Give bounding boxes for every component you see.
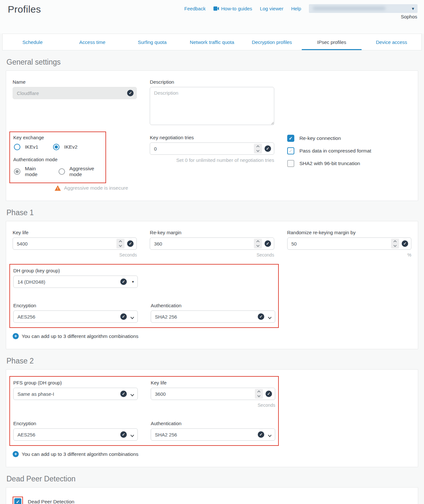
rekey-connection-option[interactable]: ✓ Re-key connection xyxy=(287,135,411,142)
valid-check-icon: ✓ xyxy=(127,240,134,247)
tab-surfing-quota[interactable]: Surfing quota xyxy=(122,34,182,50)
phase1-key-life-field: Key life ✓ Seconds xyxy=(13,230,137,257)
compressed-format-checkbox[interactable]: ✓ xyxy=(287,147,294,154)
radio-ikev2-control[interactable] xyxy=(53,144,60,150)
description-field: Description xyxy=(150,79,274,126)
sha2-truncation-option[interactable]: SHA2 with 96-bit truncation xyxy=(287,160,411,167)
radio-ikev2[interactable]: IKEv2 xyxy=(53,144,77,150)
number-stepper[interactable] xyxy=(255,389,263,399)
key-exchange-annotation-box: Key exchange IKEv1 IKEv2 Authentication … xyxy=(9,131,106,183)
page-header: Profiles Feedback How-to guides Log view… xyxy=(0,0,424,34)
valid-check-icon: ✓ xyxy=(265,145,271,152)
phase2-authentication-select[interactable]: SHA2 256 xyxy=(151,428,275,441)
valid-check-icon: ✓ xyxy=(258,313,264,320)
valid-check-icon: ✓ xyxy=(120,278,127,285)
phase1-dh-group-field: DH group (key group) 14 (DH2048) ✓ ▾ xyxy=(13,268,138,288)
log-viewer-link[interactable]: Log viewer xyxy=(260,6,284,11)
key-exchange-label: Key exchange xyxy=(13,135,102,140)
blurred-account-text xyxy=(313,6,386,10)
radio-main-mode[interactable]: Main mode xyxy=(14,166,46,177)
phase2-algorithms-annotation-box: PFS group (DH group) Same as phase-I ✓ K… xyxy=(9,376,279,446)
phase2-key-life-field: Key life ✓ Seconds xyxy=(151,380,275,408)
warning-triangle-icon: ! xyxy=(55,185,61,191)
phase1-rekey-margin-field: Re-key margin ✓ Seconds xyxy=(150,230,274,257)
valid-check-icon: ✓ xyxy=(120,391,127,397)
phase1-encryption-field: Encryption AES256 ✓ xyxy=(13,303,138,323)
radio-aggressive-mode[interactable]: Aggressive mode xyxy=(59,166,102,177)
help-link[interactable]: Help xyxy=(291,6,301,11)
general-settings-heading: General settings xyxy=(6,58,418,67)
phase1-authentication-select[interactable]: SHA2 256 xyxy=(151,310,275,323)
rekey-connection-checkbox[interactable]: ✓ xyxy=(287,135,294,142)
auth-mode-label: Authentication mode xyxy=(13,157,102,162)
number-stepper[interactable] xyxy=(254,144,262,153)
name-label: Name xyxy=(13,79,137,85)
howto-guides-link[interactable]: How-to guides xyxy=(213,6,252,11)
tab-network-traffic-quota[interactable]: Network traffic quota xyxy=(182,34,242,50)
phase2-card: PFS group (DH group) Same as phase-I ✓ K… xyxy=(6,369,418,467)
phase2-add-combination: + You can add up to 3 different algorith… xyxy=(13,451,411,457)
name-field: Name ✓ xyxy=(13,79,137,99)
valid-check-icon: ✓ xyxy=(265,240,271,247)
key-negotiation-field: Key negotiation tries ✓ Set 0 for unlimi… xyxy=(150,135,274,163)
tab-device-access[interactable]: Device access xyxy=(362,34,421,50)
radio-main-mode-control[interactable] xyxy=(14,168,20,175)
valid-check-icon: ✓ xyxy=(127,90,134,96)
radio-aggressive-mode-control[interactable] xyxy=(59,168,65,175)
number-stepper[interactable] xyxy=(254,239,262,248)
name-input xyxy=(13,87,137,99)
tab-ipsec-profiles[interactable]: IPsec profiles xyxy=(302,34,362,50)
dpd-checkbox-annotation-box: ✓ xyxy=(13,497,23,504)
video-camera-icon xyxy=(213,6,219,11)
number-stepper[interactable] xyxy=(116,239,125,248)
radio-ikev1[interactable]: IKEv1 xyxy=(14,144,38,150)
phase2-pfs-group-select[interactable]: Same as phase-I xyxy=(13,388,138,400)
phase1-add-combination: + You can add up to 3 different algorith… xyxy=(13,333,411,339)
description-textarea[interactable] xyxy=(150,87,274,125)
phase1-algorithms-annotation-box: DH group (key group) 14 (DH2048) ✓ ▾ Enc… xyxy=(9,264,279,328)
account-caret-icon: ▼ xyxy=(411,6,415,11)
key-negotiation-label: Key negotiation tries xyxy=(150,135,274,140)
valid-check-icon: ✓ xyxy=(120,431,127,438)
phase1-heading: Phase 1 xyxy=(6,208,418,217)
feedback-link[interactable]: Feedback xyxy=(184,6,206,11)
dpd-card: ✓ Dead Peer Detection Check peer after e… xyxy=(6,487,418,504)
phase1-card: Key life ✓ Seconds Re-key margin ✓ Secon… xyxy=(6,221,418,349)
phase2-authentication-field: Authentication SHA2 256 ✓ xyxy=(151,421,275,441)
dpd-enable-option[interactable]: ✓ Dead Peer Detection xyxy=(13,497,411,504)
brand-label: Sophos xyxy=(401,14,417,19)
add-combination-icon[interactable]: + xyxy=(13,333,19,339)
tab-access-time[interactable]: Access time xyxy=(62,34,122,50)
account-selector[interactable]: ▼ xyxy=(309,4,418,13)
compressed-format-option[interactable]: ✓ Pass data in compressed format xyxy=(287,147,411,154)
phase1-randomize-margin-field: Randomize re-keying margin by ✓ % xyxy=(287,230,411,257)
number-stepper[interactable] xyxy=(391,239,399,248)
phase1-authentication-field: Authentication SHA2 256 ✓ xyxy=(151,303,275,323)
phase1-dh-group-select[interactable]: 14 (DH2048) xyxy=(13,276,138,288)
description-label: Description xyxy=(150,79,274,85)
phase2-encryption-select[interactable]: AES256 xyxy=(13,428,138,441)
dpd-enable-checkbox[interactable]: ✓ xyxy=(14,498,21,504)
radio-ikev1-control[interactable] xyxy=(14,144,20,150)
valid-check-icon: ✓ xyxy=(120,313,127,320)
add-combination-icon[interactable]: + xyxy=(13,451,19,457)
phase2-pfs-group-field: PFS group (DH group) Same as phase-I ✓ xyxy=(13,380,138,400)
phase2-heading: Phase 2 xyxy=(6,357,418,365)
key-negotiation-helper: Set 0 for unlimited number of negotiatio… xyxy=(150,157,274,163)
key-exchange-column: Key exchange IKEv1 IKEv2 Authentication … xyxy=(13,135,137,191)
options-column: ✓ Re-key connection ✓ Pass data in compr… xyxy=(287,135,411,173)
valid-check-icon: ✓ xyxy=(402,240,408,247)
aggressive-mode-warning: ! Aggressive mode is insecure xyxy=(55,185,137,191)
tab-schedule[interactable]: Schedule xyxy=(3,34,62,50)
phase1-encryption-select[interactable]: AES256 xyxy=(13,310,138,323)
valid-check-icon: ✓ xyxy=(266,391,272,397)
caret-down-icon: ▾ xyxy=(132,279,134,284)
tab-decryption-profiles[interactable]: Decryption profiles xyxy=(242,34,302,50)
general-settings-card: Name ✓ Description Key exchange xyxy=(6,70,418,201)
dpd-heading: Dead Peer Detection xyxy=(6,475,418,483)
valid-check-icon: ✓ xyxy=(258,431,264,438)
header-links: Feedback How-to guides Log viewer Help ▼ xyxy=(184,4,418,13)
sha2-truncation-checkbox[interactable] xyxy=(287,160,294,167)
phase2-encryption-field: Encryption AES256 ✓ xyxy=(13,421,138,441)
profiles-tabbar: Schedule Access time Surfing quota Netwo… xyxy=(2,34,422,50)
